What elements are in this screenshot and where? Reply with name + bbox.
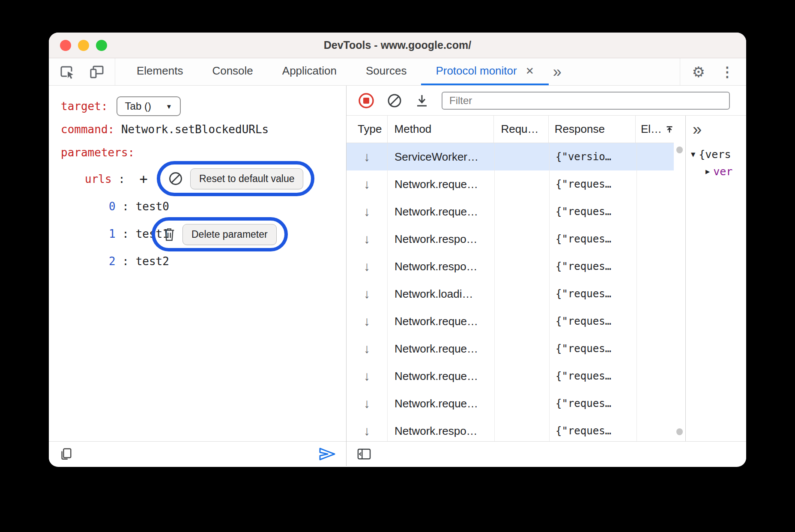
- row-method: Network.reque…: [388, 335, 495, 362]
- devtools-window: DevTools - www.google.com/ Elements Cons…: [49, 33, 746, 467]
- received-arrow-icon: ↓: [364, 287, 370, 301]
- row-method: Network.respo…: [388, 253, 495, 280]
- panel-tabs: Elements Console Application Sources Pro…: [122, 58, 566, 85]
- row-request: [495, 198, 550, 225]
- row-request: [495, 143, 550, 170]
- settings-gear-icon[interactable]: ⚙: [692, 63, 705, 81]
- add-parameter-icon[interactable]: +: [140, 171, 148, 187]
- download-icon[interactable]: [414, 93, 430, 108]
- row-response: {"reques…: [550, 170, 637, 198]
- protocol-row[interactable]: ↓ Network.reque… {"reques…: [347, 335, 674, 362]
- column-header-elapsed[interactable]: El…: [636, 116, 674, 143]
- target-label: target:: [61, 100, 108, 113]
- received-arrow-icon: ↓: [364, 314, 370, 329]
- row-method: Network.reque…: [388, 390, 495, 417]
- protocol-row[interactable]: ↓ Network.reque… {"reques…: [347, 198, 674, 225]
- chevron-down-icon: ▼: [166, 103, 172, 110]
- delete-parameter-button[interactable]: Delete parameter: [182, 224, 277, 245]
- column-header-response[interactable]: Response: [549, 116, 636, 143]
- protocol-row[interactable]: ↓ ServiceWorker… {"versio…: [347, 143, 674, 170]
- tab-elements[interactable]: Elements: [122, 58, 197, 85]
- clear-log-icon[interactable]: [387, 93, 402, 108]
- urls-label: urls: [85, 173, 112, 185]
- row-request: [495, 362, 550, 390]
- record-stop-icon[interactable]: [358, 92, 375, 109]
- received-arrow-icon: ↓: [364, 424, 370, 438]
- row-request: [495, 253, 550, 280]
- row-method: Network.reque…: [388, 198, 495, 225]
- reset-to-default-button[interactable]: Reset to default value: [190, 168, 303, 189]
- column-header-type[interactable]: Type: [347, 116, 388, 143]
- window-title: DevTools - www.google.com/: [49, 39, 746, 51]
- row-method: Network.respo…: [388, 225, 495, 253]
- protocol-row[interactable]: ↓ Network.reque… {"reques…: [347, 362, 674, 390]
- param-index: 1: [109, 227, 116, 240]
- hide-sidebar-icon[interactable]: [357, 448, 371, 460]
- received-arrow-icon: ↓: [364, 259, 370, 274]
- received-arrow-icon: ↓: [364, 177, 370, 191]
- more-tabs-icon[interactable]: »: [549, 58, 566, 85]
- tab-console[interactable]: Console: [197, 58, 267, 85]
- tree-child-row[interactable]: ▶ ver: [691, 163, 746, 180]
- protocol-row[interactable]: ↓ Network.reque… {"reques…: [347, 170, 674, 198]
- response-detail-sidebar: » ▼ {vers ▶ ver: [685, 116, 746, 441]
- target-select[interactable]: Tab () ▼: [117, 96, 181, 116]
- block-icon[interactable]: [168, 171, 183, 186]
- row-elapsed: [637, 362, 674, 390]
- protocol-row[interactable]: ↓ Network.respo… {"reques…: [347, 417, 674, 441]
- received-arrow-icon: ↓: [364, 232, 370, 246]
- received-arrow-icon: ↓: [364, 341, 370, 356]
- scrollbar-thumb[interactable]: [676, 146, 683, 153]
- row-response: {"reques…: [550, 417, 637, 441]
- protocol-monitor-panel: Type Method Requ… Response El…: [347, 86, 746, 466]
- caret-open-icon[interactable]: ▼: [691, 150, 695, 158]
- expand-sidebar-icon[interactable]: »: [693, 120, 702, 139]
- grid-scrollbar: [674, 116, 685, 441]
- trash-icon[interactable]: [163, 227, 176, 242]
- row-elapsed: [637, 417, 674, 441]
- protocol-row[interactable]: ↓ Network.loadi… {"reques…: [347, 280, 674, 308]
- tab-protocol-monitor[interactable]: Protocol monitor ✕: [421, 58, 548, 85]
- row-elapsed: [637, 280, 674, 308]
- filter-input[interactable]: [442, 92, 730, 110]
- row-elapsed: [637, 390, 674, 417]
- command-value[interactable]: Network.setBlockedURLs: [121, 123, 269, 136]
- scrollbar-thumb[interactable]: [676, 428, 683, 435]
- param-value[interactable]: test2: [136, 255, 169, 268]
- protocol-row[interactable]: ↓ Network.respo… {"reques…: [347, 253, 674, 280]
- caret-closed-icon[interactable]: ▶: [705, 167, 710, 176]
- param-value[interactable]: test0: [136, 200, 169, 213]
- received-arrow-icon: ↓: [364, 149, 370, 164]
- row-response: {"reques…: [550, 280, 637, 308]
- received-arrow-icon: ↓: [364, 204, 370, 219]
- row-elapsed: [637, 170, 674, 198]
- reset-highlight-annotation: Reset to default value: [157, 161, 314, 196]
- send-command-icon[interactable]: [319, 447, 336, 461]
- protocol-row[interactable]: ↓ Network.respo… {"reques…: [347, 225, 674, 253]
- received-arrow-icon: ↓: [364, 396, 370, 411]
- column-header-method[interactable]: Method: [388, 116, 494, 143]
- row-response: {"reques…: [550, 390, 637, 417]
- row-request: [495, 170, 550, 198]
- row-response: {"reques…: [550, 198, 637, 225]
- tree-root-row[interactable]: ▼ {vers: [691, 146, 746, 163]
- close-tab-icon[interactable]: ✕: [526, 65, 534, 77]
- tab-sources[interactable]: Sources: [351, 58, 421, 85]
- row-response: {"reques…: [550, 362, 637, 390]
- row-response: {"reques…: [550, 308, 637, 335]
- row-response: {"reques…: [550, 225, 637, 253]
- protocol-row[interactable]: ↓ Network.reque… {"reques…: [347, 308, 674, 335]
- command-label: command:: [61, 123, 114, 136]
- row-method: Network.loadi…: [388, 280, 495, 308]
- tab-application[interactable]: Application: [268, 58, 351, 85]
- menu-kebab-icon[interactable]: ⋮: [720, 64, 734, 80]
- copy-icon[interactable]: [59, 447, 73, 461]
- protocol-row[interactable]: ↓ Network.reque… {"reques…: [347, 390, 674, 417]
- inspect-element-icon[interactable]: [59, 64, 75, 80]
- param-index: 2: [109, 255, 116, 268]
- row-method: ServiceWorker…: [388, 143, 495, 170]
- row-request: [495, 308, 550, 335]
- column-header-request[interactable]: Requ…: [494, 116, 548, 143]
- device-toolbar-icon[interactable]: [89, 64, 105, 80]
- row-response: {"reques…: [550, 335, 637, 362]
